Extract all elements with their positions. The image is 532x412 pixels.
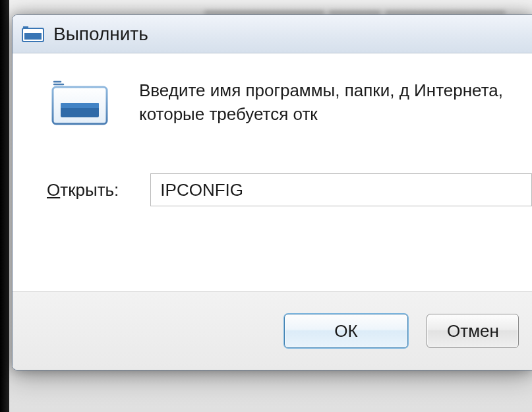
run-small-icon xyxy=(22,25,44,44)
open-label: Открыть: xyxy=(47,180,119,200)
open-input[interactable] xyxy=(150,173,532,206)
svg-rect-4 xyxy=(61,103,99,108)
button-panel: ОК Отмен xyxy=(13,292,532,370)
run-dialog-window: Выполнить xyxy=(12,15,532,370)
run-large-icon xyxy=(47,78,113,131)
window-title: Выполнить xyxy=(53,24,148,45)
client-area: Введите имя программы, папки, д Интернет… xyxy=(13,53,532,292)
cancel-button[interactable]: Отмен xyxy=(427,314,519,348)
titlebar[interactable]: Выполнить xyxy=(13,15,532,53)
description-text: Введите имя программы, папки, д Интернет… xyxy=(139,78,508,127)
ok-button[interactable]: ОК xyxy=(284,314,408,348)
background-blurred-text: ▬▬▬▬▬▬▬ ▬▬▬ ▬▬▬▬▬▬▬ xyxy=(204,0,532,15)
svg-rect-1 xyxy=(24,33,42,40)
